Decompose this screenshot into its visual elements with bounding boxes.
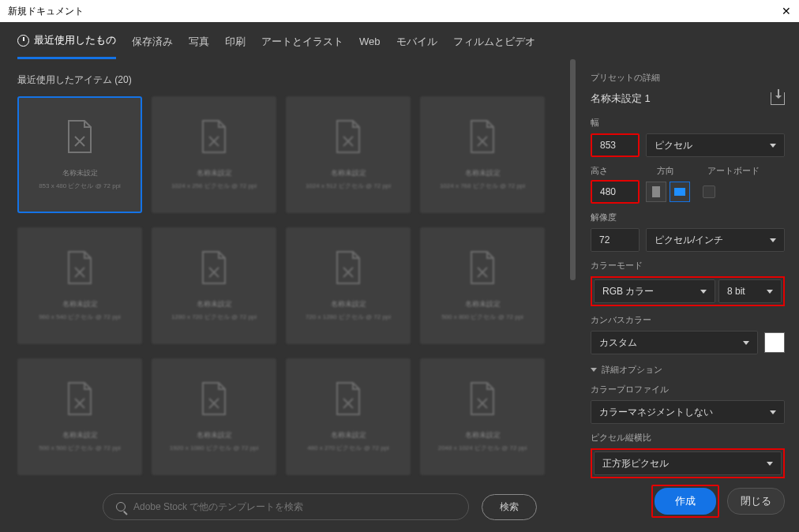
file-icon (200, 381, 228, 416)
colormode-label: カラーモード (591, 260, 785, 272)
width-input[interactable]: 853 (591, 133, 640, 157)
preset-name[interactable]: 名称未設定 1 (591, 92, 651, 106)
card-title: 名称未設定 (465, 430, 501, 440)
tab-web[interactable]: Web (359, 33, 381, 59)
tab-film[interactable]: フィルムとビデオ (453, 33, 535, 59)
tabs: 最近使用したもの 保存済み 写真 印刷 アートとイラスト Web モバイル フィ… (0, 22, 799, 59)
canvas-label: カンバスカラー (591, 314, 785, 326)
template-card[interactable]: 名称未設定720 x 1280 ピクセル @ 72 ppi (286, 227, 411, 344)
card-title: 名称未設定 (465, 168, 501, 178)
card-subtitle: 1920 x 1080 ピクセル @ 72 ppi (170, 444, 259, 452)
file-icon (200, 250, 228, 285)
artboard-checkbox[interactable] (703, 185, 715, 198)
aspect-select[interactable]: 正方形ピクセル (594, 451, 782, 475)
height-input[interactable]: 480 (591, 180, 640, 204)
tab-saved[interactable]: 保存済み (132, 33, 173, 59)
templates-panel: 最近使用したアイテム (20) 名称未設定853 x 480 ピクセル @ 72… (0, 59, 576, 532)
file-icon (468, 381, 497, 416)
height-label: 高さ (591, 165, 640, 177)
file-icon (468, 119, 497, 154)
card-title: 名称未設定 (197, 299, 232, 309)
card-subtitle: 500 x 800 ピクセル @ 72 ppi (441, 313, 523, 321)
card-title: 名称未設定 (62, 168, 98, 178)
card-title: 名称未設定 (62, 299, 98, 309)
resolution-input[interactable]: 72 (591, 228, 640, 252)
template-card[interactable]: 名称未設定853 x 480 ピクセル @ 72 ppi (17, 96, 142, 213)
artboard-label: アートボード (707, 165, 760, 177)
tab-mobile[interactable]: モバイル (396, 33, 437, 59)
tab-recent[interactable]: 最近使用したもの (17, 33, 116, 59)
card-title: 名称未設定 (62, 430, 98, 440)
chevron-down-icon (700, 290, 707, 294)
search-button[interactable]: 検索 (482, 494, 537, 520)
close-button[interactable]: 閉じる (727, 488, 785, 515)
orientation-portrait[interactable] (646, 182, 666, 202)
chevron-down-icon (770, 144, 776, 148)
card-subtitle: 853 x 480 ピクセル @ 72 ppi (39, 182, 121, 190)
file-icon (66, 119, 94, 154)
card-title: 名称未設定 (331, 299, 366, 309)
card-subtitle: 1024 x 512 ピクセル @ 72 ppi (306, 182, 391, 190)
titlebar: 新規ドキュメント ✕ (0, 0, 799, 22)
file-icon (334, 119, 362, 154)
template-card[interactable]: 名称未設定500 x 500 ピクセル @ 72 ppi (17, 358, 142, 475)
card-subtitle: 1024 x 256 ピクセル @ 72 ppi (171, 182, 257, 190)
card-title: 名称未設定 (331, 168, 366, 178)
landscape-icon (674, 188, 685, 196)
template-card[interactable]: 名称未設定1024 x 512 ピクセル @ 72 ppi (286, 96, 411, 213)
canvas-select[interactable]: カスタム (591, 331, 758, 354)
templates-grid: 名称未設定853 x 480 ピクセル @ 72 ppi名称未設定1024 x … (17, 96, 576, 475)
template-card[interactable]: 名称未設定960 x 540 ピクセル @ 72 ppi (17, 227, 142, 344)
template-card[interactable]: 名称未設定1024 x 768 ピクセル @ 72 ppi (420, 96, 545, 213)
width-label: 幅 (591, 117, 785, 129)
colormode-select[interactable]: RGB カラー (594, 279, 715, 303)
create-button[interactable]: 作成 (655, 488, 716, 515)
resolution-unit-select[interactable]: ピクセル/インチ (646, 228, 785, 252)
import-icon[interactable] (771, 92, 785, 105)
search-icon (116, 502, 126, 511)
recent-items-label: 最近使用したアイテム (20) (17, 73, 576, 87)
template-card[interactable]: 名称未設定500 x 800 ピクセル @ 72 ppi (420, 227, 545, 344)
file-icon (200, 119, 228, 154)
card-title: 名称未設定 (465, 299, 501, 309)
file-icon (468, 250, 497, 285)
close-icon[interactable]: ✕ (782, 5, 791, 17)
advanced-toggle[interactable]: 詳細オプション (591, 364, 785, 376)
tab-print[interactable]: 印刷 (225, 33, 246, 59)
window-title: 新規ドキュメント (8, 5, 84, 18)
colordepth-select[interactable]: 8 bit (718, 279, 782, 303)
scrollbar[interactable] (570, 59, 576, 280)
orientation-landscape[interactable] (670, 182, 690, 202)
clock-icon (17, 35, 29, 47)
tab-art[interactable]: アートとイラスト (261, 33, 343, 59)
card-subtitle: 1024 x 768 ピクセル @ 72 ppi (440, 182, 525, 190)
card-title: 名称未設定 (197, 430, 232, 440)
chevron-down-icon (743, 341, 749, 345)
stock-search-field[interactable] (103, 493, 469, 520)
chevron-down-icon (770, 238, 776, 242)
file-icon (334, 381, 362, 416)
portrait-icon (652, 186, 660, 197)
template-card[interactable]: 名称未設定1280 x 720 ピクセル @ 72 ppi (152, 227, 276, 344)
card-subtitle: 500 x 500 ピクセル @ 72 ppi (39, 444, 121, 452)
chevron-down-icon (770, 410, 776, 414)
card-title: 名称未設定 (197, 168, 232, 178)
card-subtitle: 480 x 270 ピクセル @ 72 ppi (307, 444, 389, 452)
template-card[interactable]: 名称未設定1024 x 256 ピクセル @ 72 ppi (152, 96, 276, 213)
orientation-label: 方向 (657, 165, 674, 177)
tab-photo[interactable]: 写真 (189, 33, 209, 59)
card-subtitle: 2048 x 1024 ピクセル @ 72 ppi (438, 444, 527, 452)
card-subtitle: 960 x 540 ピクセル @ 72 ppi (39, 313, 121, 321)
width-unit-select[interactable]: ピクセル (646, 133, 785, 157)
template-card[interactable]: 名称未設定480 x 270 ピクセル @ 72 ppi (286, 358, 411, 475)
file-icon (66, 250, 94, 285)
canvas-swatch[interactable] (764, 332, 785, 353)
preset-panel: プリセットの詳細 名称未設定 1 幅 853 ピクセル 高さ 方向 アートボード… (576, 59, 799, 532)
chevron-down-icon (767, 462, 773, 466)
stock-search-input[interactable] (133, 501, 456, 512)
aspect-label: ピクセル縦横比 (591, 432, 785, 444)
template-card[interactable]: 名称未設定2048 x 1024 ピクセル @ 72 ppi (420, 358, 545, 475)
profile-select[interactable]: カラーマネジメントしない (591, 400, 785, 424)
template-card[interactable]: 名称未設定1920 x 1080 ピクセル @ 72 ppi (152, 358, 276, 475)
card-subtitle: 720 x 1280 ピクセル @ 72 ppi (306, 313, 391, 321)
